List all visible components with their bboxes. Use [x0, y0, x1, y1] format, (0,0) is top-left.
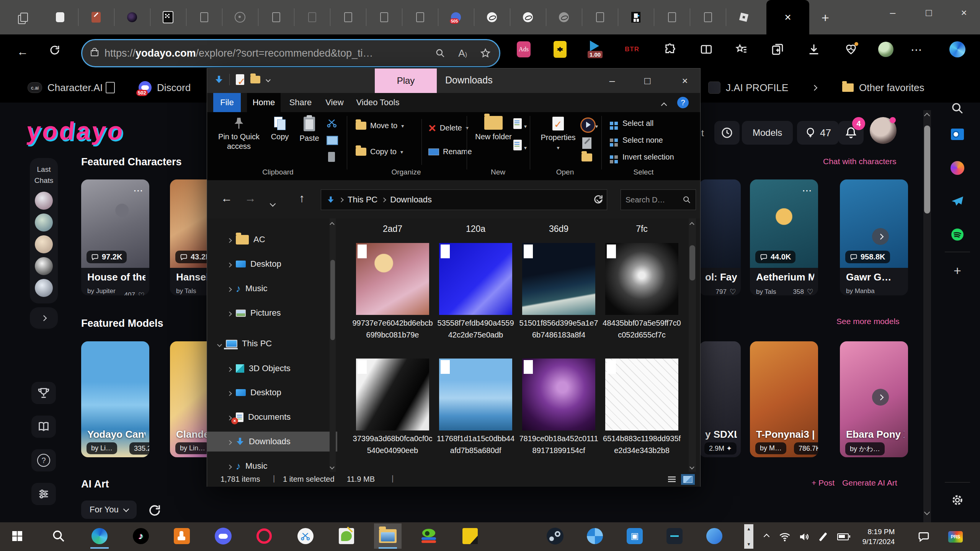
file-name[interactable]: 6514b883c1198dd935fe2d34e343b2b8	[601, 433, 682, 456]
taskbar-steam[interactable]	[541, 523, 569, 549]
library-button[interactable]	[31, 416, 56, 438]
file-thumbnail[interactable]	[439, 243, 512, 315]
browser-tab[interactable]	[690, 5, 726, 30]
collapse-ribbon-chevron[interactable]	[662, 100, 666, 110]
qat-customize-chevron[interactable]	[266, 77, 271, 82]
extensions-puzzle-icon[interactable]	[662, 41, 679, 58]
tray-volume-icon[interactable]	[795, 522, 813, 551]
refresh-explorer-icon[interactable]	[593, 194, 604, 205]
explorer-minimize-button[interactable]: –	[600, 68, 624, 93]
taskbar-search[interactable]	[45, 523, 72, 549]
explorer-search-input[interactable]: Search D…	[621, 189, 696, 210]
profile-avatar[interactable]	[877, 41, 895, 58]
copy-button[interactable]: Copy	[266, 117, 293, 142]
browser-tab[interactable]	[330, 5, 366, 30]
page-scrollbar-thumb[interactable]	[924, 126, 930, 214]
filelist-scrollbar-thumb[interactable]	[689, 245, 695, 280]
split-screen-icon[interactable]	[697, 41, 715, 58]
new-folder-button[interactable]: New folder	[475, 116, 512, 142]
sidebar-outlook-icon[interactable]	[949, 126, 966, 143]
edit-button[interactable]	[582, 137, 591, 149]
file-name[interactable]: 99737e7e6042bd6ebcb69f9bc081b79e	[352, 317, 433, 341]
sidebar-item-this-pc[interactable]: This PC	[207, 334, 337, 354]
sidebar-telegram-icon[interactable]	[949, 193, 966, 210]
chat-avatar[interactable]	[35, 192, 53, 210]
sidebar-search-icon[interactable]	[949, 103, 966, 117]
model-card[interactable]: T-Ponynai3 | PonyXLby M…786.7K ✦	[750, 341, 818, 457]
browser-tab[interactable]: 505	[438, 5, 474, 30]
navpane-scrollbar-thumb[interactable]	[330, 260, 335, 340]
nav-forward-icon[interactable]: →	[245, 192, 256, 205]
expander-chevron[interactable]	[228, 235, 231, 245]
expander-chevron[interactable]	[228, 259, 231, 269]
tray-notifications-icon[interactable]	[913, 522, 934, 551]
bookmark-character-ai[interactable]: c.aiCharacter.AI	[28, 78, 103, 97]
sidebar-item-documents[interactable]: ×Documents	[207, 407, 337, 427]
browser-tab[interactable]	[618, 5, 654, 30]
browser-tab[interactable]	[186, 5, 222, 30]
scroll-up-icon[interactable]	[925, 112, 929, 119]
chat-with-characters-link[interactable]: Chat with characters	[823, 157, 896, 166]
file-checkbox[interactable]	[441, 360, 450, 374]
expander-chevron[interactable]	[228, 284, 231, 293]
navpane-scroll-down[interactable]	[330, 463, 334, 470]
sidebar-item-desktop[interactable]: Desktop	[207, 254, 337, 274]
chat-avatar[interactable]	[35, 214, 53, 231]
scroll-down-icon[interactable]	[925, 509, 929, 516]
expander-chevron[interactable]	[228, 388, 231, 398]
character-card[interactable]: ⋯44.0KAetherium Magic …by Tals358♡	[750, 179, 818, 295]
browser-tab[interactable]	[150, 5, 186, 30]
file-thumbnail[interactable]	[605, 243, 678, 315]
navpane-scrollbar[interactable]	[330, 218, 336, 472]
models-next-arrow[interactable]	[872, 389, 889, 406]
ext-video-rate-icon[interactable]: 1.00	[586, 41, 604, 58]
nav-back-icon[interactable]: ←	[221, 192, 232, 205]
taskbar-bluestacks[interactable]	[415, 523, 443, 549]
taskbar-discord[interactable]	[209, 523, 237, 549]
tray-clock[interactable]: 8:19 PM9/17/2024	[858, 522, 900, 551]
chat-avatar[interactable]	[35, 279, 53, 297]
move-to-button[interactable]: Move to▾	[356, 121, 404, 130]
collections-icon[interactable]	[769, 41, 786, 58]
sidebar-spotify-icon[interactable]	[949, 226, 966, 243]
browser-tab[interactable]	[366, 5, 402, 30]
downloads-icon[interactable]	[805, 41, 823, 58]
easy-access-chevron[interactable]: ▾	[524, 143, 527, 152]
taskbar-mania[interactable]	[456, 523, 484, 549]
bookmarks-overflow-chevron[interactable]	[812, 78, 817, 97]
taskbar-app-dark[interactable]	[661, 523, 688, 549]
menu-home[interactable]: Home	[247, 93, 281, 112]
qat-new-folder-icon[interactable]	[250, 76, 260, 83]
file-name[interactable]: 48435bbf07a5e59ff7c0c052d655cf7c	[601, 317, 682, 341]
sidebar-settings-gear-icon[interactable]	[949, 491, 966, 509]
browser-maximize-button[interactable]: □	[915, 0, 942, 25]
browser-tab[interactable]	[510, 5, 546, 30]
taskbar-overflow-scroll[interactable]: ▲▼	[744, 524, 753, 549]
taskbar-app-blue-1[interactable]	[581, 523, 609, 549]
file-checkbox[interactable]	[524, 245, 533, 258]
explorer-titlebar[interactable]: Play Downloads – □ ×	[207, 68, 700, 93]
card-menu-icon[interactable]: ⋯	[133, 185, 144, 197]
thumbnail-view-button[interactable]	[681, 474, 695, 485]
filters-button[interactable]	[31, 483, 56, 505]
taskbar-start[interactable]	[3, 523, 31, 549]
copilot-icon[interactable]	[949, 41, 966, 58]
ext-btr-icon[interactable]: BTR	[623, 41, 641, 58]
file-name[interactable]: 11768f1d1a15c0dbb44afd7b85a680df	[435, 433, 516, 456]
expander-chevron[interactable]	[228, 461, 231, 471]
file-checkbox[interactable]	[358, 245, 367, 258]
feed-filter-dropdown[interactable]: For You	[81, 500, 137, 519]
recent-locations-chevron[interactable]	[271, 196, 275, 209]
taskbar-opera-gx[interactable]	[250, 523, 278, 549]
taskbar-edge[interactable]	[86, 523, 113, 549]
browser-tab[interactable]	[546, 5, 582, 30]
yodayo-logo[interactable]: yodayo	[25, 116, 126, 145]
yodayo-avatar[interactable]	[870, 117, 897, 144]
notifications-bell-button[interactable]: 4	[838, 121, 864, 145]
sidebar-designer-icon[interactable]	[949, 159, 966, 177]
address-breadcrumb[interactable]: This PC Downloads	[321, 189, 607, 210]
file-group-header[interactable]: 36d9	[522, 224, 595, 234]
qat-downloads-icon[interactable]	[215, 75, 223, 84]
invert-selection-button[interactable]: Invert selection	[610, 153, 674, 161]
paste-button[interactable]: Paste	[296, 117, 323, 143]
